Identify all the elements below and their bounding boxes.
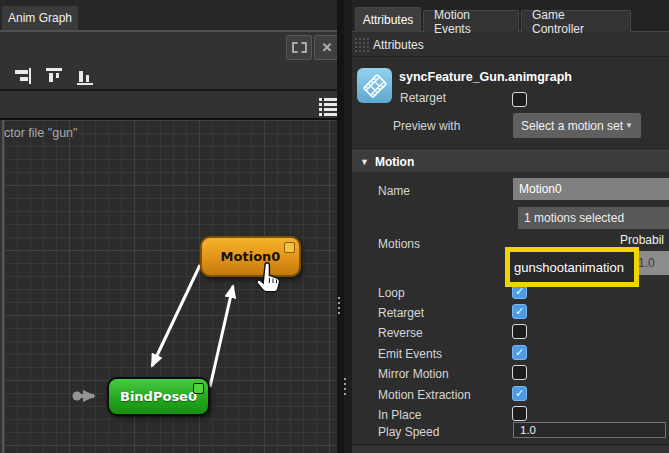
tab-attributes-label: Attributes [363, 13, 414, 27]
motion-file-field-highlighted[interactable]: gunshootanimation [505, 247, 639, 287]
tab-attributes[interactable]: Attributes [355, 7, 421, 32]
node-bindpose0-label: BindPose0 [120, 389, 197, 404]
align-top-icon[interactable] [45, 67, 63, 85]
motion-extraction-checkbox[interactable]: ✓ [512, 386, 527, 401]
animgraph-file-icon [357, 68, 392, 103]
graph-sub-toolbar [0, 93, 344, 120]
tab-anim-graph-label: Anim Graph [8, 11, 72, 25]
canvas-border-right [337, 0, 344, 453]
next-section-edge [352, 444, 669, 453]
node-bindpose0-corner-icon [193, 383, 204, 394]
attributes-panel: Attributes Motion Events Game Controller… [352, 0, 669, 453]
retarget-label: Retarget [378, 306, 424, 320]
node-motion0[interactable]: Motion0 [200, 236, 301, 277]
align-bottom-icon[interactable] [76, 67, 94, 85]
chevron-down-icon: ▼ [625, 121, 633, 130]
splitter-grip-icon[interactable] [344, 378, 346, 395]
loop-label: Loop [378, 286, 405, 300]
name-label: Name [378, 184, 410, 198]
emit-events-label: Emit Events [378, 347, 442, 361]
in-place-label: In Place [378, 408, 421, 422]
in-place-checkbox[interactable] [512, 406, 527, 421]
node-motion0-corner-icon [284, 242, 295, 253]
align-right-icon[interactable] [14, 67, 32, 85]
fit-selection-icon [292, 42, 307, 53]
close-icon: ✕ [322, 41, 333, 54]
left-tab-bar: Anim Graph [0, 0, 344, 32]
motion-file-name: gunshootanimation [514, 260, 624, 275]
animgraph-title: syncFeature_Gun.animgraph [399, 70, 572, 84]
edge-bindpose-to-motion[interactable] [210, 286, 233, 387]
motions-selected-button[interactable]: 1 motions selected [518, 207, 669, 229]
motions-label: Motions [378, 237, 420, 251]
play-speed-value: 1.0 [520, 424, 536, 436]
retarget-top-label: Retarget [400, 91, 446, 105]
motion-set-dropdown-value: Select a motion set [521, 119, 623, 133]
tab-motion-events[interactable]: Motion Events [423, 10, 519, 32]
name-input[interactable]: Motion0 [513, 178, 669, 200]
play-speed-input[interactable]: 1.0 [513, 422, 666, 438]
probability-column-header: Probabil [620, 233, 664, 247]
play-speed-label: Play Speed [378, 425, 439, 439]
mouse-cursor-icon [254, 262, 284, 296]
name-input-value: Motion0 [519, 182, 562, 196]
retarget-top-checkbox[interactable] [512, 92, 527, 107]
preview-with-label: Preview with [393, 119, 460, 133]
tab-game-controller-label: Game Controller [532, 8, 620, 36]
retarget-checkbox[interactable]: ✓ [512, 304, 527, 319]
graph-toolbar: ✕ [0, 34, 344, 91]
collapse-triangle-icon: ▼ [360, 157, 369, 167]
edge-motion-to-bindpose[interactable] [152, 265, 200, 366]
attributes-header-label: Attributes [373, 38, 424, 52]
motion-section-title: Motion [375, 155, 414, 169]
list-view-icon[interactable] [319, 97, 337, 116]
motion-section-header[interactable]: ▼ Motion [352, 150, 669, 172]
node-graph-canvas[interactable]: ctor file "gun" Mo [2, 120, 337, 453]
anim-graph-panel: Anim Graph [0, 0, 344, 453]
reverse-label: Reverse [378, 326, 423, 340]
right-tab-bar: Attributes Motion Events Game Controller [352, 0, 669, 32]
splitter-grip-icon[interactable] [338, 297, 340, 317]
tab-anim-graph[interactable]: Anim Graph [2, 6, 78, 30]
animgraph-editor-window: Anim Graph [0, 0, 669, 453]
tab-motion-events-label: Motion Events [434, 8, 508, 36]
emit-events-checkbox[interactable]: ✓ [512, 345, 527, 360]
node-bindpose0[interactable]: BindPose0 [107, 377, 210, 416]
drag-grip-icon[interactable] [354, 37, 369, 53]
motion-extraction-label: Motion Extraction [378, 388, 471, 402]
reverse-checkbox[interactable] [512, 324, 527, 339]
motions-selected-text: 1 motions selected [524, 211, 624, 225]
probability-value: 1.0 [638, 256, 655, 270]
mirror-motion-checkbox[interactable] [512, 365, 527, 380]
fit-selection-button[interactable] [286, 35, 312, 60]
tab-game-controller[interactable]: Game Controller [521, 10, 631, 32]
mirror-motion-label: Mirror Motion [378, 367, 449, 381]
attributes-header-bar: Attributes [352, 33, 669, 57]
motion-set-dropdown[interactable]: Select a motion set ▼ [513, 113, 641, 138]
